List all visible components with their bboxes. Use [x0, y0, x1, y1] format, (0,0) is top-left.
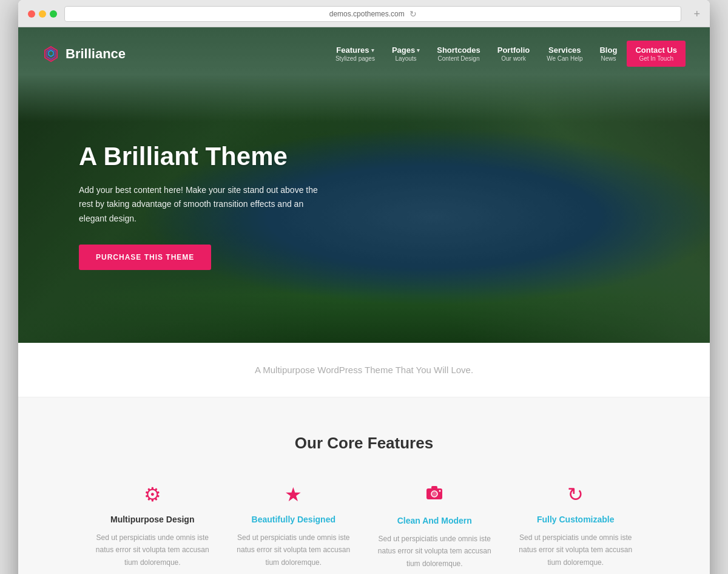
chevron-down-icon: ▾ — [417, 47, 420, 53]
feature-desc-customizable: Sed ut perspiciatis unde omnis iste natu… — [514, 532, 638, 569]
feature-desc-beautifully: Sed ut perspiciatis unde omnis iste natu… — [232, 532, 356, 569]
feature-desc-multipurpose: Sed ut perspiciatis unde omnis iste natu… — [91, 532, 214, 569]
nav-blog-label: Blog — [599, 46, 617, 55]
features-section: Our Core Features ⚙ Multipurpose Design … — [18, 397, 710, 574]
hero-description: Add your best content here! Make your si… — [79, 183, 322, 226]
logo-icon — [42, 46, 59, 62]
nav-portfolio-sub: Our work — [501, 55, 526, 62]
tagline-text: A Multipurpose WordPress Theme That You … — [40, 365, 688, 375]
nav-contact-label: Contact Us — [635, 46, 677, 55]
feature-card-customizable: ↻ Fully Customizable Sed ut perspiciatis… — [514, 483, 638, 570]
nav-services-label: Services — [548, 46, 581, 55]
feature-name-multipurpose: Multipurpose Design — [91, 515, 214, 524]
dot-close[interactable] — [28, 10, 35, 18]
svg-marker-2 — [49, 50, 53, 56]
new-tab-button[interactable]: + — [693, 8, 700, 21]
feature-card-clean: Clean And Modern Sed ut perspiciatis und… — [373, 483, 496, 570]
nav-item-services[interactable]: Services We Can Help — [539, 42, 590, 66]
nav-services-sub: We Can Help — [547, 55, 582, 62]
browser-window: demos.cpothemes.com ↻ + Brilliance Featu… — [18, 0, 710, 574]
star-icon: ★ — [232, 483, 356, 506]
refresh-icon: ↻ — [514, 483, 638, 506]
feature-card-beautifully: ★ Beautifully Designed Sed ut perspiciat… — [232, 483, 356, 570]
feature-name-customizable: Fully Customizable — [514, 515, 638, 524]
feature-desc-clean: Sed ut perspiciatis unde omnis iste natu… — [373, 533, 496, 570]
nav-portfolio-label: Portfolio — [497, 46, 530, 55]
nav-item-portfolio[interactable]: Portfolio Our work — [490, 42, 537, 66]
nav-item-pages[interactable]: Pages ▾ Layouts — [385, 42, 427, 66]
nav-pages-label: Pages ▾ — [392, 46, 420, 55]
nav-shortcodes-sub: Content Design — [438, 55, 480, 62]
nav-item-blog[interactable]: Blog News — [592, 42, 624, 66]
svg-point-4 — [431, 491, 437, 497]
hero-title: A Brilliant Theme — [79, 141, 322, 172]
camera-icon — [373, 483, 496, 507]
brand-name: Brilliance — [66, 46, 126, 62]
nav-features-sub: Stylized pages — [335, 55, 375, 62]
address-bar[interactable]: demos.cpothemes.com ↻ — [64, 6, 681, 22]
nav-contact-sub: Get In Touch — [639, 55, 673, 62]
nav-item-features[interactable]: Features ▾ Stylized pages — [328, 42, 382, 66]
purchase-button[interactable]: PURCHASE THIS THEME — [79, 245, 211, 270]
nav-links: Features ▾ Stylized pages Pages ▾ Layout… — [328, 41, 686, 67]
svg-point-6 — [439, 490, 441, 492]
browser-dots — [28, 10, 57, 18]
navbar: Brilliance Features ▾ Stylized pages Pag… — [18, 27, 710, 80]
refresh-icon[interactable]: ↻ — [410, 9, 417, 19]
nav-item-shortcodes[interactable]: Shortcodes Content Design — [430, 42, 488, 66]
nav-shortcodes-label: Shortcodes — [437, 46, 480, 55]
nav-blog-sub: News — [601, 55, 616, 62]
dot-minimize[interactable] — [39, 10, 46, 18]
browser-chrome: demos.cpothemes.com ↻ + — [18, 0, 710, 27]
gear-icon: ⚙ — [91, 483, 214, 506]
feature-name-beautifully: Beautifully Designed — [232, 515, 356, 524]
hero-section: Brilliance Features ▾ Stylized pages Pag… — [18, 27, 710, 343]
tagline-bar: A Multipurpose WordPress Theme That You … — [18, 343, 710, 397]
nav-pages-sub: Layouts — [396, 55, 417, 62]
feature-name-clean: Clean And Modern — [373, 516, 496, 525]
logo[interactable]: Brilliance — [42, 46, 126, 62]
chevron-down-icon: ▾ — [371, 47, 374, 53]
dot-maximize[interactable] — [50, 10, 57, 18]
hero-content: A Brilliant Theme Add your best content … — [79, 141, 322, 270]
features-title: Our Core Features — [42, 434, 686, 453]
features-grid: ⚙ Multipurpose Design Sed ut perspiciati… — [91, 483, 637, 570]
url-text: demos.cpothemes.com — [329, 10, 405, 18]
feature-card-multipurpose: ⚙ Multipurpose Design Sed ut perspiciati… — [91, 483, 214, 570]
svg-rect-5 — [431, 486, 437, 489]
nav-contact-button[interactable]: Contact Us Get In Touch — [627, 41, 686, 67]
nav-features-label: Features ▾ — [336, 46, 374, 55]
